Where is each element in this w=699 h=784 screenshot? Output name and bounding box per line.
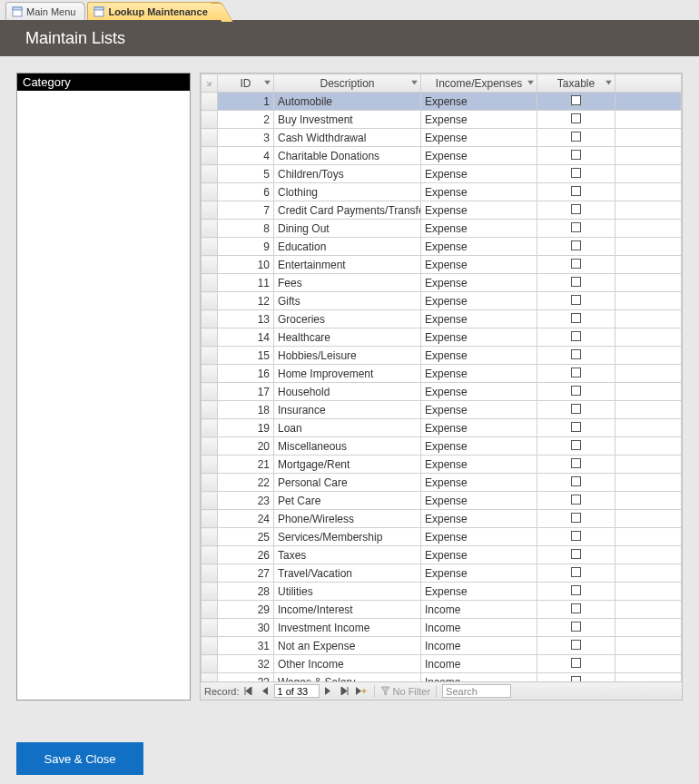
- cell-id[interactable]: 15: [218, 347, 274, 365]
- cell-taxable[interactable]: [537, 274, 615, 292]
- table-row[interactable]: 21Mortgage/RentExpense: [202, 456, 682, 474]
- table-row[interactable]: 27Travel/VacationExpense: [202, 564, 682, 583]
- table-row[interactable]: 5Children/ToysExpense: [202, 165, 682, 183]
- cell-taxable[interactable]: [537, 510, 615, 528]
- row-selector[interactable]: [202, 456, 218, 474]
- cell-description[interactable]: Gifts: [274, 292, 421, 310]
- cell-income-expenses[interactable]: Expense: [421, 365, 537, 383]
- cell-taxable[interactable]: [537, 147, 615, 165]
- cell-description[interactable]: Groceries: [274, 310, 421, 328]
- checkbox[interactable]: [571, 313, 581, 323]
- cell-description[interactable]: Automobile: [274, 93, 421, 111]
- cell-id[interactable]: 31: [218, 637, 274, 655]
- data-grid[interactable]: ID Description Income/Expenses Taxa: [201, 74, 682, 681]
- category-list[interactable]: Category: [16, 73, 191, 701]
- row-selector[interactable]: [202, 474, 218, 492]
- cell-description[interactable]: Mortgage/Rent: [274, 456, 421, 474]
- cell-id[interactable]: 13: [218, 310, 274, 328]
- table-row[interactable]: 13GroceriesExpense: [202, 310, 682, 328]
- checkbox[interactable]: [571, 204, 581, 214]
- row-selector[interactable]: [202, 111, 218, 129]
- cell-income-expenses[interactable]: Expense: [421, 93, 537, 111]
- checkbox[interactable]: [571, 295, 581, 305]
- cell-income-expenses[interactable]: Income: [421, 655, 537, 673]
- cell-taxable[interactable]: [537, 328, 615, 347]
- cell-income-expenses[interactable]: Income: [421, 637, 537, 655]
- cell-taxable[interactable]: [537, 256, 615, 274]
- table-row[interactable]: 9EducationExpense: [202, 238, 682, 256]
- cell-income-expenses[interactable]: Expense: [421, 510, 537, 528]
- cell-id[interactable]: 8: [218, 220, 274, 238]
- checkbox[interactable]: [571, 132, 581, 142]
- cell-income-expenses[interactable]: Expense: [421, 129, 537, 147]
- cell-income-expenses[interactable]: Expense: [421, 274, 537, 292]
- cell-taxable[interactable]: [537, 673, 615, 682]
- row-selector-header[interactable]: [202, 74, 218, 93]
- cell-id[interactable]: 26: [218, 546, 274, 564]
- cell-description[interactable]: Income/Interest: [274, 601, 421, 619]
- cell-taxable[interactable]: [537, 474, 615, 492]
- cell-income-expenses[interactable]: Expense: [421, 528, 537, 546]
- cell-description[interactable]: Home Improvement: [274, 365, 421, 383]
- cell-description[interactable]: Travel/Vacation: [274, 564, 421, 583]
- cell-taxable[interactable]: [537, 619, 615, 637]
- checkbox[interactable]: [571, 476, 581, 486]
- cell-taxable[interactable]: [537, 111, 615, 129]
- row-selector[interactable]: [202, 583, 218, 601]
- cell-description[interactable]: Credit Card Payments/Transfers: [274, 201, 421, 220]
- row-selector[interactable]: [202, 601, 218, 619]
- checkbox[interactable]: [571, 622, 581, 632]
- cell-taxable[interactable]: [537, 347, 615, 365]
- table-row[interactable]: 25Services/MembershipExpense: [202, 528, 682, 546]
- cell-income-expenses[interactable]: Expense: [421, 456, 537, 474]
- nav-next-button[interactable]: [321, 684, 336, 699]
- cell-description[interactable]: Loan: [274, 419, 421, 437]
- table-row[interactable]: 31Not an ExpenseIncome: [202, 637, 682, 655]
- cell-income-expenses[interactable]: Expense: [421, 383, 537, 401]
- cell-description[interactable]: Entertainment: [274, 256, 421, 274]
- checkbox[interactable]: [571, 222, 581, 232]
- table-row[interactable]: 15Hobbies/LeisureExpense: [202, 347, 682, 365]
- row-selector[interactable]: [202, 383, 218, 401]
- table-row[interactable]: 17HouseholdExpense: [202, 383, 682, 401]
- record-position-input[interactable]: [274, 684, 320, 698]
- row-selector[interactable]: [202, 310, 218, 328]
- cell-description[interactable]: Taxes: [274, 546, 421, 564]
- cell-id[interactable]: 29: [218, 601, 274, 619]
- cell-taxable[interactable]: [537, 492, 615, 510]
- cell-income-expenses[interactable]: Expense: [421, 220, 537, 238]
- cell-income-expenses[interactable]: Expense: [421, 147, 537, 165]
- cell-description[interactable]: Phone/Wireless: [274, 510, 421, 528]
- row-selector[interactable]: [202, 437, 218, 456]
- cell-id[interactable]: 11: [218, 274, 274, 292]
- cell-description[interactable]: Healthcare: [274, 328, 421, 347]
- cell-description[interactable]: Charitable Donations: [274, 147, 421, 165]
- cell-income-expenses[interactable]: Expense: [421, 564, 537, 583]
- cell-id[interactable]: 33: [218, 673, 274, 682]
- cell-taxable[interactable]: [537, 220, 615, 238]
- cell-income-expenses[interactable]: Expense: [421, 328, 537, 347]
- cell-description[interactable]: Children/Toys: [274, 165, 421, 183]
- table-row[interactable]: 11FeesExpense: [202, 274, 682, 292]
- cell-taxable[interactable]: [537, 655, 615, 673]
- cell-description[interactable]: Household: [274, 383, 421, 401]
- checkbox[interactable]: [571, 277, 581, 287]
- column-header-income-expenses[interactable]: Income/Expenses: [421, 74, 537, 93]
- cell-taxable[interactable]: [537, 310, 615, 328]
- table-row[interactable]: 14HealthcareExpense: [202, 328, 682, 347]
- cell-id[interactable]: 32: [218, 655, 274, 673]
- cell-description[interactable]: Utilities: [274, 583, 421, 601]
- checkbox[interactable]: [571, 513, 581, 523]
- checkbox[interactable]: [571, 585, 581, 595]
- cell-id[interactable]: 10: [218, 256, 274, 274]
- cell-id[interactable]: 1: [218, 93, 274, 111]
- cell-description[interactable]: Fees: [274, 274, 421, 292]
- row-selector[interactable]: [202, 637, 218, 655]
- cell-id[interactable]: 28: [218, 583, 274, 601]
- table-row[interactable]: 10EntertainmentExpense: [202, 256, 682, 274]
- search-input[interactable]: Search: [442, 684, 511, 698]
- cell-taxable[interactable]: [537, 201, 615, 220]
- checkbox[interactable]: [571, 440, 581, 450]
- cell-id[interactable]: 9: [218, 238, 274, 256]
- nav-prev-button[interactable]: [258, 684, 272, 699]
